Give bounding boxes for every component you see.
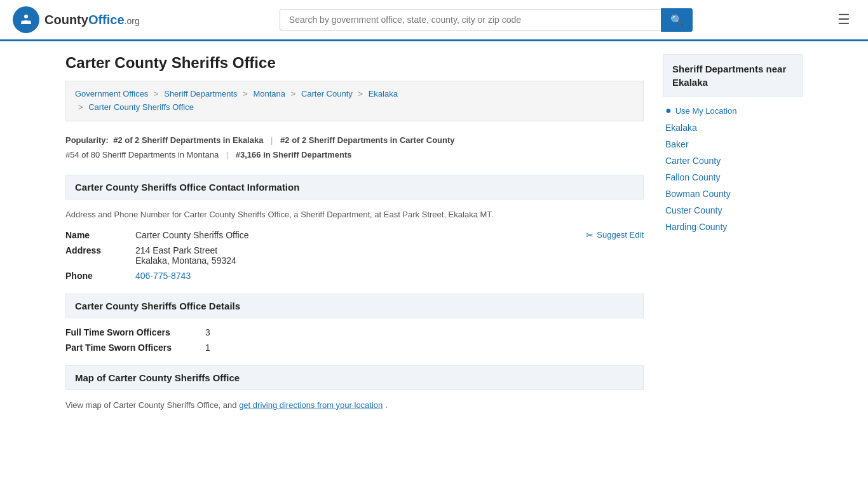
svg-point-2 [21, 20, 24, 23]
map-description: View map of Carter County Sheriffs Offic… [65, 399, 644, 412]
map-description-end: . [385, 400, 388, 410]
page-title: Carter County Sheriffs Office [65, 54, 644, 72]
location-pin-icon: ● [665, 105, 672, 116]
contact-name-row: Name Carter County Sheriffs Office ✂ Sug… [65, 230, 644, 240]
hamburger-icon: ☰ [837, 11, 850, 27]
logo-text: CountyOffice.org [44, 13, 140, 27]
contact-phone-row: Phone 406-775-8743 [65, 271, 644, 281]
suggest-edit-button[interactable]: ✂ Suggest Edit [586, 230, 644, 240]
search-input[interactable] [280, 9, 661, 30]
content-area: Carter County Sheriffs Office Government… [65, 54, 644, 411]
sidebar-link-baker[interactable]: Baker [665, 139, 689, 149]
part-time-value: 1 [205, 342, 210, 353]
full-time-label: Full Time Sworn Officers [65, 327, 205, 337]
name-label: Name [65, 230, 135, 240]
sidebar-link-fallon-county[interactable]: Fallon County [665, 172, 720, 182]
list-item: Ekalaka [665, 123, 800, 133]
menu-button[interactable]: ☰ [832, 9, 855, 30]
scissors-icon: ✂ [586, 230, 593, 240]
search-area: 🔍 [280, 8, 693, 32]
phone-value: 406-775-8743 [135, 271, 644, 281]
svg-point-0 [18, 12, 34, 27]
part-time-officers-row: Part Time Sworn Officers 1 [65, 342, 644, 353]
name-value: Carter County Sheriffs Office [135, 230, 586, 240]
use-my-location-link[interactable]: ● Use My Location [663, 105, 803, 116]
part-time-label: Part Time Sworn Officers [65, 342, 205, 353]
popularity-stat2: #2 of 2 Sheriff Departments in Carter Co… [280, 135, 455, 145]
list-item: Fallon County [665, 172, 800, 182]
use-location-label: Use My Location [675, 106, 737, 116]
map-section-header: Map of Carter County Sheriffs Office [65, 365, 644, 390]
full-time-value: 3 [205, 327, 210, 337]
sidebar-link-carter-county[interactable]: Carter County [665, 156, 721, 166]
sidebar-link-custer-county[interactable]: Custer County [665, 205, 722, 215]
pop-divider-1: | [271, 135, 273, 145]
popularity-stat1: #2 of 2 Sheriff Departments in Ekalaka [111, 135, 266, 145]
contact-section-header: Carter County Sheriffs Office Contact In… [65, 175, 644, 200]
breadcrumb-sep-1: > [154, 89, 159, 98]
full-time-officers-row: Full Time Sworn Officers 3 [65, 327, 644, 337]
phone-label: Phone [65, 271, 135, 281]
map-description-start: View map of Carter County Sheriffs Offic… [65, 400, 239, 410]
list-item: Carter County [665, 156, 800, 166]
popularity-stat1-text: #2 of 2 Sheriff Departments in Ekalaka [113, 135, 263, 145]
sidebar-link-ekalaka[interactable]: Ekalaka [665, 123, 697, 133]
main-container: Carter County Sheriffs Office Government… [53, 41, 815, 424]
address-label: Address [65, 245, 135, 255]
breadcrumb-sheriff-departments[interactable]: Sheriff Departments [164, 89, 237, 98]
address-line1: 214 East Park Street [135, 245, 644, 255]
breadcrumb-sep-3: > [291, 89, 296, 98]
sidebar-link-bowman-county[interactable]: Bowman County [665, 189, 731, 199]
address-line2: Ekalaka, Montana, 59324 [135, 255, 644, 266]
driving-directions-link[interactable]: get driving directions from your locatio… [239, 400, 383, 410]
popularity-stat4: #3,166 in Sheriff Departments [236, 150, 352, 159]
breadcrumb-sep-2: > [243, 89, 248, 98]
breadcrumb-ekalaka[interactable]: Ekalaka [369, 89, 398, 98]
site-header: CountyOffice.org 🔍 ☰ [0, 0, 868, 41]
breadcrumb-carter-county[interactable]: Carter County [301, 89, 353, 98]
phone-link[interactable]: 406-775-8743 [135, 271, 191, 281]
logo-icon [13, 6, 39, 33]
list-item: Harding County [665, 222, 800, 232]
breadcrumb-montana[interactable]: Montana [253, 89, 285, 98]
breadcrumb: Government Offices > Sheriff Departments… [65, 81, 644, 121]
list-item: Baker [665, 139, 800, 149]
pop-divider-2: | [226, 150, 228, 159]
svg-point-3 [29, 20, 31, 23]
breadcrumb-current[interactable]: Carter County Sheriffs Office [88, 102, 194, 112]
logo-area: CountyOffice.org [13, 6, 140, 33]
sidebar-title: Sheriff Departments near Ekalaka [663, 54, 803, 97]
details-section: Carter County Sheriffs Office Details Fu… [65, 294, 644, 353]
svg-point-1 [24, 15, 28, 18]
suggest-edit-label: Suggest Edit [597, 230, 644, 240]
list-item: Custer County [665, 205, 800, 215]
sidebar-links-list: Ekalaka Baker Carter County Fallon Count… [663, 123, 803, 232]
breadcrumb-sep-5: > [78, 102, 83, 112]
popularity-label: Popularity: [65, 135, 109, 145]
popularity-stat3: #54 of 80 Sheriff Departments in Montana [65, 150, 219, 159]
list-item: Bowman County [665, 189, 800, 199]
sidebar: Sheriff Departments near Ekalaka ● Use M… [663, 54, 803, 411]
contact-description: Address and Phone Number for Carter Coun… [65, 208, 644, 221]
details-section-header: Carter County Sheriffs Office Details [65, 294, 644, 318]
breadcrumb-government-offices[interactable]: Government Offices [75, 89, 148, 98]
map-section: Map of Carter County Sheriffs Office Vie… [65, 365, 644, 412]
breadcrumb-sep-4: > [358, 89, 363, 98]
address-value: 214 East Park Street Ekalaka, Montana, 5… [135, 245, 644, 266]
contact-address-row: Address 214 East Park Street Ekalaka, Mo… [65, 245, 644, 266]
sidebar-link-harding-county[interactable]: Harding County [665, 222, 727, 232]
popularity-section: Popularity: #2 of 2 Sheriff Departments … [65, 133, 644, 163]
search-button[interactable]: 🔍 [661, 8, 693, 32]
search-icon: 🔍 [670, 15, 683, 25]
